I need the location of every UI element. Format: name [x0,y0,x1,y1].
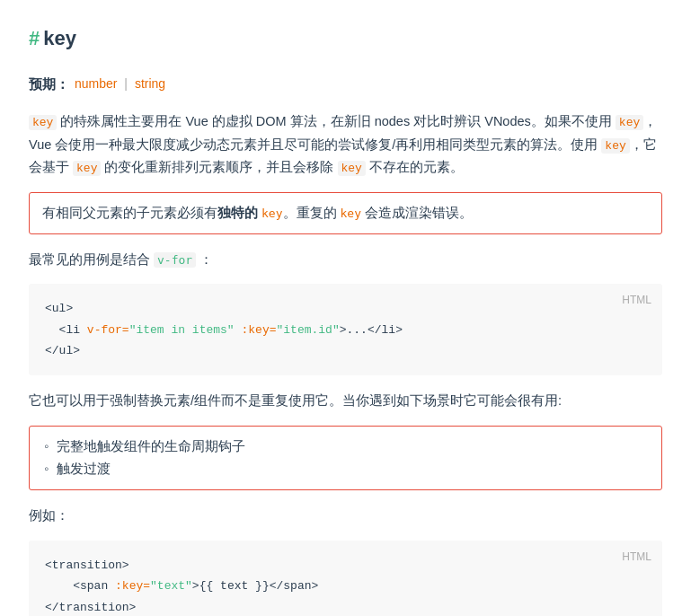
note-box: 完整地触发组件的生命周期钩子 触发过渡 [29,426,662,491]
warning-key-code: key [261,207,282,220]
description-3: 它也可以用于强制替换元素/组件而不是重复使用它。当你遇到如下场景时它可能会很有用… [29,390,662,412]
warning-key-code-2: key [341,207,361,220]
vfor-label: v-for [154,252,196,268]
code-block-2: HTML <transition> <span :key="text">{{ t… [29,541,662,616]
hash-symbol: # [29,27,40,49]
code-lang-1: HTML [622,291,651,311]
code-line-3: </ul> [45,340,646,361]
example-label: 例如： [29,505,662,527]
type-string: string [135,76,165,91]
note-item-1: 完整地触发组件的生命周期钩子 [42,436,649,458]
code-lang-2: HTML [622,548,651,568]
key-code-4: key [73,161,101,176]
expects-label: 预期： [29,73,69,96]
type-separator: | [124,76,131,91]
note-list: 完整地触发组件的生命周期钩子 触发过渡 [42,436,649,481]
page-title: #key [29,22,662,55]
key-code-1: key [29,115,57,130]
key-code-3: key [601,138,629,154]
code-line-6: </transition> [45,597,646,616]
code-line-1: <ul> [45,298,646,319]
description-2: 最常见的用例是结合 v-for ： [29,249,662,271]
warning-box: 有相同父元素的子元素必须有独特的 key。重复的 key 会造成渲染错误。 [29,192,662,234]
note-item-2: 触发过渡 [42,458,649,480]
description-1: key 的特殊属性主要用在 Vue 的虚拟 DOM 算法，在新旧 nodes 对… [29,110,662,180]
type-number: number [75,76,117,91]
code-line-4: <transition> [45,555,646,576]
expects-section: 预期： number | string [29,73,662,96]
key-code-2: key [616,115,643,130]
expects-types: number | string [75,74,165,95]
code-line-2: <li v-for="item in items" :key="item.id"… [45,320,646,340]
warning-bold: 独特的 [217,206,258,220]
key-code-5: key [338,161,366,176]
code-block-1: HTML <ul> <li v-for="item in items" :key… [29,284,662,375]
code-line-5: <span :key="text">{{ text }}</span> [45,576,646,596]
